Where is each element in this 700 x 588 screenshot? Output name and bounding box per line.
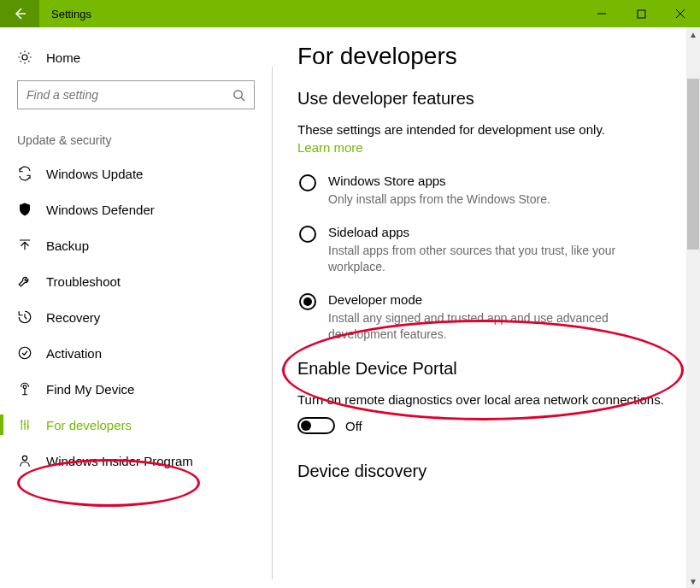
svg-point-2 xyxy=(19,347,31,359)
radio-icon xyxy=(299,226,316,243)
sidebar-item-label: Activation xyxy=(46,346,102,361)
window-controls xyxy=(582,0,700,27)
scrollbar[interactable]: ▲ ▼ xyxy=(686,27,700,588)
radio-option-developer-mode[interactable]: Developer mode Install any signed and tr… xyxy=(297,292,679,343)
radio-desc: Install any signed and trusted app and u… xyxy=(328,310,653,343)
svg-point-3 xyxy=(23,385,26,389)
insider-icon xyxy=(17,453,36,468)
sidebar-item-for-developers[interactable]: For developers xyxy=(0,407,272,443)
close-button[interactable] xyxy=(661,0,700,27)
home-label: Home xyxy=(46,50,80,65)
sidebar-item-label: Backup xyxy=(46,238,89,253)
device-portal-toggle[interactable] xyxy=(297,417,335,434)
radio-desc: Install apps from other sources that you… xyxy=(328,243,653,275)
device-portal-toggle-row: Off xyxy=(297,417,679,434)
home-row[interactable]: Home xyxy=(0,44,272,80)
backup-icon xyxy=(17,238,36,253)
radio-label: Sideload apps xyxy=(328,225,653,239)
search-box[interactable] xyxy=(17,80,255,109)
developer-icon xyxy=(17,417,36,432)
search-input[interactable] xyxy=(26,88,223,102)
sidebar-item-backup[interactable]: Backup xyxy=(0,227,272,263)
wrench-icon xyxy=(17,273,36,289)
radio-desc: Only install apps from the Windows Store… xyxy=(328,191,550,208)
radio-icon-selected xyxy=(299,293,316,310)
sidebar-item-label: Windows Defender xyxy=(46,203,155,217)
recovery-icon xyxy=(17,309,36,325)
svg-point-4 xyxy=(22,456,26,460)
sidebar-item-label: Windows Insider Program xyxy=(46,454,193,468)
sidebar-item-troubleshoot[interactable]: Troubleshoot xyxy=(0,263,272,299)
main-panel: For developers Use developer features Th… xyxy=(272,27,700,588)
sidebar-item-windows-insider[interactable]: Windows Insider Program xyxy=(0,443,272,479)
radio-icon xyxy=(299,174,316,191)
radio-option-sideload[interactable]: Sideload apps Install apps from other so… xyxy=(297,225,679,275)
section-title-device-discovery: Device discovery xyxy=(297,462,679,481)
section-desc: These settings are intended for developm… xyxy=(297,122,679,137)
arrow-left-icon xyxy=(13,7,26,21)
sidebar-item-label: Windows Update xyxy=(46,167,143,181)
toggle-state-label: Off xyxy=(345,419,362,433)
maximize-icon xyxy=(637,9,646,19)
activation-icon xyxy=(17,345,36,361)
scroll-down-icon[interactable]: ▼ xyxy=(686,574,700,588)
scroll-thumb[interactable] xyxy=(687,79,699,250)
svg-point-1 xyxy=(234,90,242,97)
sidebar-item-recovery[interactable]: Recovery xyxy=(0,299,272,335)
sidebar-item-label: Recovery xyxy=(46,310,100,325)
svg-rect-0 xyxy=(638,10,645,18)
minimize-icon xyxy=(597,9,607,19)
sidebar-item-label: Troubleshoot xyxy=(46,274,121,289)
sidebar-item-label: For developers xyxy=(46,418,132,432)
maximize-button[interactable] xyxy=(621,0,661,27)
radio-option-windows-store[interactable]: Windows Store apps Only install apps fro… xyxy=(297,173,679,208)
minimize-button[interactable] xyxy=(582,0,621,27)
sync-icon xyxy=(17,166,36,181)
close-icon xyxy=(675,9,685,19)
location-icon xyxy=(17,381,36,397)
learn-more-link[interactable]: Learn more xyxy=(297,140,363,155)
sidebar: Home Update & security Windows Update Wi… xyxy=(0,27,272,588)
shield-icon xyxy=(17,202,36,217)
section-title-developer-features: Use developer features xyxy=(297,89,679,109)
gear-icon xyxy=(17,50,36,65)
sidebar-item-windows-update[interactable]: Windows Update xyxy=(0,156,272,191)
sidebar-item-find-my-device[interactable]: Find My Device xyxy=(0,371,272,407)
radio-label: Windows Store apps xyxy=(328,173,550,188)
radio-label: Developer mode xyxy=(328,292,653,307)
scroll-up-icon[interactable]: ▲ xyxy=(686,27,700,41)
titlebar: Settings xyxy=(0,0,700,27)
back-button[interactable] xyxy=(0,0,39,27)
category-header: Update & security xyxy=(0,126,272,156)
section-title-device-portal: Enable Device Portal xyxy=(297,359,679,379)
toggle-knob xyxy=(301,420,311,431)
search-icon xyxy=(232,89,245,102)
sidebar-item-windows-defender[interactable]: Windows Defender xyxy=(0,191,272,227)
window-title: Settings xyxy=(51,8,582,21)
content-area: Home Update & security Windows Update Wi… xyxy=(0,27,700,588)
sidebar-item-label: Find My Device xyxy=(46,382,134,397)
portal-desc: Turn on remote diagnostics over local ar… xyxy=(297,392,679,407)
page-title: For developers xyxy=(297,43,679,70)
sidebar-item-activation[interactable]: Activation xyxy=(0,335,272,371)
